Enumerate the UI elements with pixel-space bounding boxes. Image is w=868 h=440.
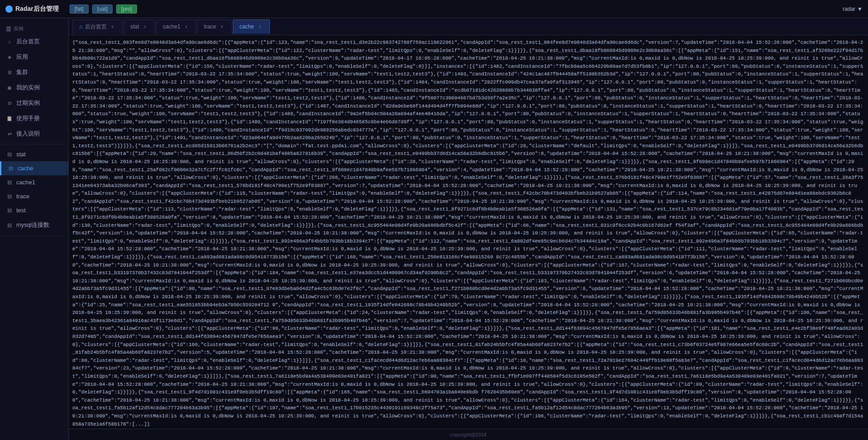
sidebar-item-label: 使用手册	[16, 114, 40, 122]
sidebar-item-mysql[interactable]: ▤ mysql连接数	[0, 217, 68, 233]
env-tag-uat[interactable]: [uat]	[92, 5, 113, 14]
sidebar-item-label: trace	[16, 193, 29, 200]
stat-icon: ▤	[6, 151, 13, 157]
footer: copyright@2018	[69, 429, 868, 440]
content-main[interactable]: {"soa_rest_test1_083fee8d7e0848d3a64dfa9…	[69, 35, 868, 429]
trace-icon: ▤	[6, 193, 13, 199]
sidebar-item-stat[interactable]: ▤ stat	[0, 147, 68, 161]
sidebar-item-label: test	[16, 207, 26, 214]
close-home-tab-button[interactable]: ×	[109, 23, 116, 30]
sidebar-item-test[interactable]: ▤ test	[0, 203, 68, 217]
sidebar-item-cluster[interactable]: ⊞ 集群	[0, 65, 68, 80]
logo: Radar后台管理	[5, 5, 59, 13]
sidebar-item-label: stat	[16, 151, 26, 158]
sidebar-item-app[interactable]: ◈ 应用	[0, 49, 68, 65]
app-icon: ◈	[6, 54, 13, 60]
tab-cache1[interactable]: cache1 ×	[156, 19, 196, 34]
mysql-icon: ▤	[6, 222, 13, 228]
env-tag-pro[interactable]: [pro]	[116, 5, 137, 14]
user-arrow-icon: ▼	[857, 6, 863, 12]
sidebar-item-access[interactable]: ⇌ 接入说明	[0, 126, 68, 141]
sidebar-header-instance: 实例	[0, 21, 68, 34]
home-tab-icon: ⌂	[79, 23, 82, 30]
close-cache1-tab-button[interactable]: ×	[183, 23, 189, 30]
close-stat-tab-button[interactable]: ×	[142, 23, 148, 30]
sidebar-item-home[interactable]: ⌂ 后台首页	[0, 34, 68, 49]
tab-home[interactable]: ⌂ 后台首页 ×	[72, 19, 123, 34]
sidebar-section-label-instance: 实例	[14, 25, 24, 32]
sidebar: 实例 ⌂ 后台首页 ◈ 应用 ⊞ 集群 ◉ 我的实例 ⊘ 过期实例	[0, 18, 69, 440]
sidebar-item-label: 过期实例	[16, 99, 40, 107]
user-menu[interactable]: radar ▼	[843, 6, 863, 12]
footer-text: copyright@2018	[450, 432, 486, 437]
env-tag-fat[interactable]: [fat]	[70, 5, 89, 14]
sidebar-item-label: 接入说明	[16, 130, 40, 138]
close-trace-tab-button[interactable]: ×	[219, 23, 225, 30]
sidebar-item-expired[interactable]: ⊘ 过期实例	[0, 95, 68, 111]
sidebar-item-label: cache	[18, 165, 33, 172]
sidebar-item-cache[interactable]: ▤ cache	[0, 161, 68, 175]
sidebar-item-cache1[interactable]: ▤ cache1	[0, 175, 68, 189]
tab-label: cache1	[163, 23, 180, 30]
expired-icon: ⊘	[6, 100, 13, 106]
main-layout: 实例 ⌂ 后台首页 ◈ 应用 ⊞ 集群 ◉ 我的实例 ⊘ 过期实例	[0, 18, 868, 440]
username: radar	[843, 6, 855, 12]
top-bar: Radar后台管理 [fat] [uat] [pro] radar ▼	[0, 0, 868, 18]
cache1-icon: ▤	[6, 179, 13, 185]
content-area: ⌂ 后台首页 × stat × cache1 × trace × cache	[69, 18, 868, 440]
tab-label: cache	[240, 23, 254, 30]
tab-label: trace	[204, 23, 216, 30]
tab-label: stat	[130, 23, 139, 30]
sidebar-section-tools: ▤ stat ▤ cache ▤ cache1 ▤ trace ▤ test ▤…	[0, 145, 68, 236]
tab-cache[interactable]: cache ×	[233, 19, 270, 34]
test-icon: ▤	[6, 207, 13, 213]
sidebar-item-my-instance[interactable]: ◉ 我的实例	[0, 80, 68, 95]
cluster-icon: ⊞	[6, 70, 13, 75]
sidebar-item-manual[interactable]: 📋 使用手册	[0, 111, 68, 126]
logo-text: Radar后台管理	[15, 5, 59, 13]
home-icon: ⌂	[6, 39, 13, 44]
logo-icon	[5, 5, 13, 13]
sidebar-section-instance: 实例 ⌂ 后台首页 ◈ 应用 ⊞ 集群 ◉ 我的实例 ⊘ 过期实例	[0, 18, 68, 145]
close-cache-tab-button[interactable]: ×	[257, 23, 263, 30]
access-icon: ⇌	[6, 131, 13, 137]
sidebar-item-trace[interactable]: ▤ trace	[0, 189, 68, 203]
sidebar-item-label: 后台首页	[16, 37, 40, 46]
sidebar-item-label: 我的实例	[16, 84, 40, 92]
cache-icon: ▤	[8, 165, 14, 171]
tab-stat[interactable]: stat ×	[123, 19, 155, 34]
env-tags: [fat] [uat] [pro]	[70, 5, 843, 14]
tab-trace[interactable]: trace ×	[197, 19, 232, 34]
instance-icon: ◉	[6, 85, 13, 91]
tab-bar: ⌂ 后台首页 × stat × cache1 × trace × cache	[69, 18, 868, 35]
tab-label: 后台首页	[85, 23, 107, 31]
sidebar-item-label: mysql连接数	[16, 221, 49, 229]
sidebar-item-label: 应用	[16, 53, 28, 61]
menu-icon	[6, 27, 11, 31]
content-text: {"soa_rest_test1_083fee8d7e0848d3a64dfa9…	[72, 39, 864, 428]
manual-icon: 📋	[6, 116, 13, 122]
sidebar-item-label: 集群	[16, 68, 28, 76]
sidebar-item-label: cache1	[16, 179, 35, 186]
